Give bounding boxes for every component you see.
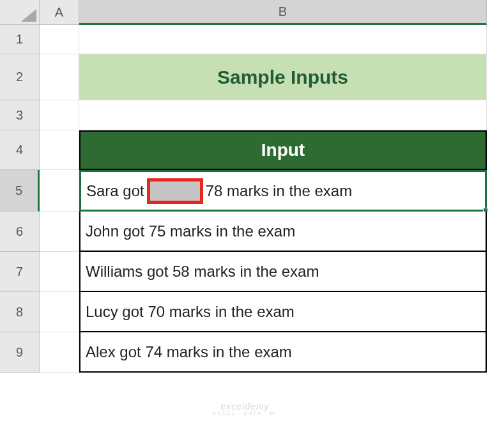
row-header-2[interactable]: 2 [0, 54, 40, 100]
row-header-7[interactable]: 7 [0, 252, 40, 292]
watermark-tagline: EXCEL · DATA · BI [213, 410, 277, 416]
cell-b3[interactable] [79, 100, 487, 130]
watermark: exceldemy EXCEL · DATA · BI [213, 401, 277, 416]
row-header-3[interactable]: 3 [0, 100, 40, 130]
col-header-a[interactable]: A [40, 0, 79, 25]
cell-a2[interactable] [40, 54, 79, 100]
row-header-6[interactable]: 6 [0, 212, 40, 252]
cell-a5[interactable] [40, 170, 79, 212]
table-header-cell[interactable]: Input [79, 130, 487, 170]
row-header-1[interactable]: 1 [0, 25, 40, 54]
cell-a7[interactable] [40, 252, 79, 292]
cell-a1[interactable] [40, 25, 79, 54]
spreadsheet-grid: A B 1 2 Sample Inputs 3 4 Input 5 Sara g… [0, 0, 490, 373]
cell-a4[interactable] [40, 130, 79, 170]
title-cell[interactable]: Sample Inputs [79, 54, 487, 100]
row-header-5[interactable]: 5 [0, 170, 40, 212]
cell-b7[interactable]: Williams got 58 marks in the exam [79, 252, 487, 292]
cell-b5-selected[interactable]: Sara got 78 marks in the exam [79, 170, 487, 212]
cell-a9[interactable] [40, 332, 79, 373]
cell-b6[interactable]: John got 75 marks in the exam [79, 212, 487, 252]
watermark-logo: exceldemy [221, 401, 270, 412]
cell-a3[interactable] [40, 100, 79, 130]
cell-b1[interactable] [79, 25, 487, 54]
row-header-8[interactable]: 8 [0, 292, 40, 332]
cell-b9[interactable]: Alex got 74 marks in the exam [79, 332, 487, 373]
row-header-4[interactable]: 4 [0, 130, 40, 170]
col-header-b[interactable]: B [79, 0, 487, 25]
cell-a6[interactable] [40, 212, 79, 252]
cell-a8[interactable] [40, 292, 79, 332]
row-header-9[interactable]: 9 [0, 332, 40, 373]
cell-b8[interactable]: Lucy got 70 marks in the exam [79, 292, 487, 332]
redaction-highlight [147, 178, 203, 204]
select-all-corner[interactable] [0, 0, 40, 25]
b5-text-pre: Sara got [86, 182, 144, 200]
b5-text-post: 78 marks in the exam [206, 182, 352, 200]
